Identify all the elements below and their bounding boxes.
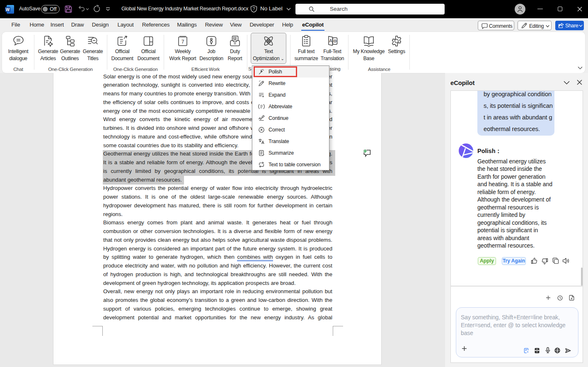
svg-text:A: A: [329, 38, 332, 43]
svg-text:7: 7: [181, 39, 184, 45]
svg-text:W: W: [6, 7, 10, 12]
svg-text:?: ?: [253, 7, 255, 11]
svg-text:Φ: Φ: [333, 39, 336, 44]
